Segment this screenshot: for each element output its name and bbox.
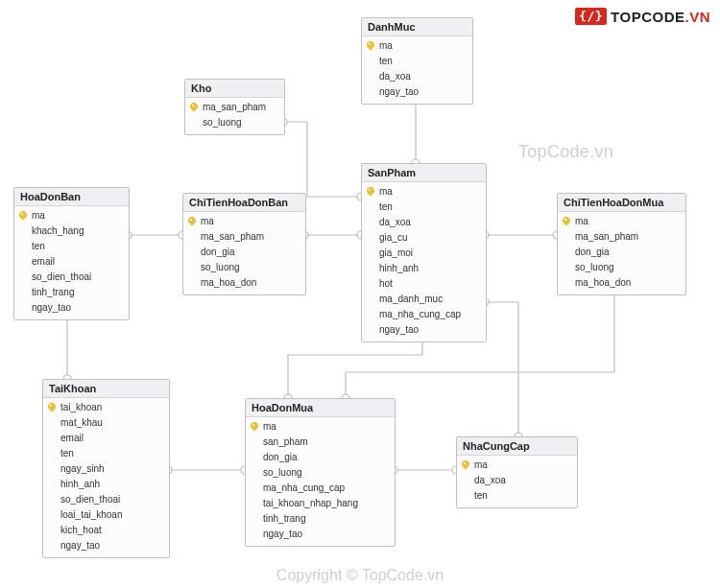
field: so_dien_thoai [18,270,123,285]
field: da_xoa [366,215,480,230]
entity-fields: ma_san_phamso_luong [185,98,284,134]
entity-fields: matenda_xoangay_tao [362,36,472,104]
field: da_xoa [366,69,467,84]
entity-title: SanPham [362,164,486,182]
field: ten [18,239,123,254]
field: hot [366,276,480,292]
entity-danhmuc: DanhMuc matenda_xoangay_tao [361,17,473,105]
entity-title: Kho [185,80,284,98]
field: hinh_anh [366,261,480,276]
field: don_gia [250,450,389,465]
entity-hoadonmua: HoaDonMua masan_phamdon_giaso_luongma_nh… [245,398,396,547]
field: ma_hoa_don [562,275,680,291]
field: ngay_tao [366,322,480,338]
field: ma_hoa_don [187,275,300,291]
entity-fields: matenda_xoagia_cugia_moihinh_anhhotma_da… [362,182,486,341]
entity-chitienhoadonmua: ChiTienHoaDonMua mama_san_phamdon_giaso_… [557,193,686,295]
entity-title: ChiTienHoaDonMua [558,194,685,212]
field: ten [461,488,571,504]
pk-field: ma [366,184,480,200]
entity-nhacungcap: NhaCungCap mada_xoaten [456,436,578,508]
field: khach_hang [18,223,123,239]
field: don_gia [562,245,680,260]
entity-hoadonban: HoaDonBan makhach_hangtenemailso_dien_th… [13,187,130,320]
pk-field: tai_khoan [47,400,163,415]
brand-logo: {/} TOPCODE.VN [575,8,710,25]
field: tinh_trang [250,511,389,527]
entity-kho: Kho ma_san_phamso_luong [184,79,285,135]
field: ten [47,446,163,461]
entity-title: ChiTienHoaDonBan [183,194,305,212]
field: ma_danh_muc [366,292,480,307]
field: ngay_tao [47,538,163,553]
entity-title: NhaCungCap [457,437,577,456]
brand-name-a: TOPCODE [611,9,684,25]
field: tinh_trang [18,285,123,300]
field: mat_khau [47,415,163,431]
field: da_xoa [461,473,571,488]
field: so_luong [562,260,680,275]
entity-title: HoaDonMua [246,399,395,417]
field: ten [366,200,480,215]
field: ma_nha_cung_cap [250,481,389,496]
entity-title: HoaDonBan [14,188,129,206]
entity-title: TaiKhoan [43,380,169,398]
pk-field: ma [250,419,389,435]
entity-fields: makhach_hangtenemailso_dien_thoaitinh_tr… [14,206,129,319]
entity-sanpham: SanPham matenda_xoagia_cugia_moihinh_anh… [361,163,487,342]
field: ngay_tao [250,527,389,542]
field: so_luong [250,465,389,481]
entity-fields: tai_khoanmat_khauemailtenngay_sinhhinh_a… [43,398,169,557]
pk-field: ma_san_pham [189,100,278,115]
entity-chitienhoadonban: ChiTienHoaDonBan mama_san_phamdon_giaso_… [182,193,306,295]
field: gia_moi [366,246,480,261]
pk-field: ma [187,214,300,229]
field: gia_cu [366,230,480,246]
entity-taikhoan: TaiKhoan tai_khoanmat_khauemailtenngay_s… [42,379,170,558]
field: kich_hoat [47,523,163,538]
field: san_pham [250,435,389,450]
entity-fields: mada_xoaten [457,456,577,507]
field: tai_khoan_nhap_hang [250,496,389,511]
pk-field: ma [461,458,571,473]
brand-name-b: .VN [684,9,710,25]
field: so_luong [187,260,300,275]
field: email [18,254,123,270]
entity-fields: mama_san_phamdon_giaso_luongma_hoa_don [183,212,305,294]
field: so_dien_thoai [47,492,163,507]
field: ma_san_pham [187,229,300,245]
field: ten [366,54,467,69]
field: so_luong [189,115,278,130]
field: ngay_tao [18,300,123,316]
entity-title: DanhMuc [362,18,472,36]
field: ngay_sinh [47,461,163,477]
brand-mark: {/} [575,8,607,25]
watermark-bottom: Copyright © TopCode.vn [0,567,720,584]
pk-field: ma [366,38,467,54]
field: loai_tai_khoan [47,507,163,523]
field: email [47,431,163,446]
field: ma_san_pham [562,229,680,245]
entity-fields: mama_san_phamdon_giaso_luongma_hoa_don [558,212,685,294]
entity-fields: masan_phamdon_giaso_luongma_nha_cung_cap… [246,417,395,546]
field: don_gia [187,245,300,260]
field: hinh_anh [47,477,163,492]
field: ma_nha_cung_cap [366,307,480,322]
field: ngay_tao [366,84,467,100]
pk-field: ma [18,208,123,223]
watermark-top: TopCode.vn [518,142,613,162]
pk-field: ma [562,214,680,229]
